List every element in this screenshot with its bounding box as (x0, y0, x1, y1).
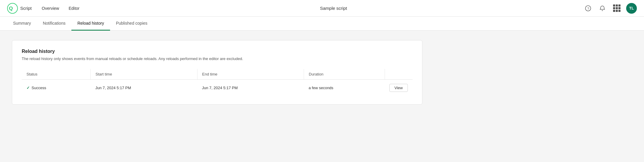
row-duration: a few seconds (304, 79, 385, 96)
view-button[interactable]: View (389, 84, 408, 92)
table-header-row: Status Start time End time Duration (22, 69, 413, 80)
help-button[interactable]: ? (583, 4, 593, 13)
nav-links: Overview Editor (37, 4, 84, 12)
table-head: Status Start time End time Duration (22, 69, 413, 80)
history-table: Status Start time End time Duration ✓ Su… (22, 69, 413, 96)
table-row: ✓ Success Jun 7, 2024 5:17 PM Jun 7, 202… (22, 79, 413, 96)
card-desc-text: The reload history only shows events fro… (22, 56, 243, 61)
apps-button[interactable] (612, 4, 621, 13)
nav-editor[interactable]: Editor (65, 4, 84, 12)
svg-text:?: ? (587, 7, 589, 10)
help-icon: ? (585, 5, 591, 11)
notifications-button[interactable] (598, 4, 607, 13)
table-body: ✓ Success Jun 7, 2024 5:17 PM Jun 7, 202… (22, 79, 413, 96)
avatar[interactable]: TL (626, 3, 637, 14)
col-start-time: Start time (91, 69, 198, 80)
grid-icon (613, 4, 621, 12)
status-cell: ✓ Success (26, 86, 86, 90)
status-label: Success (32, 86, 46, 90)
card-description: The reload history only shows events fro… (22, 56, 413, 62)
app-type-label: Script (20, 6, 32, 11)
check-icon: ✓ (26, 86, 30, 90)
tab-notifications[interactable]: Notifications (37, 17, 71, 31)
row-start-time: Jun 7, 2024 5:17 PM (91, 79, 198, 96)
logo-area: Q Script (7, 3, 32, 14)
reload-history-card: Reload history The reload history only s… (12, 40, 422, 105)
page-title: Sample script (320, 6, 347, 11)
tab-published-copies[interactable]: Published copies (110, 17, 153, 31)
col-action (385, 69, 413, 80)
tab-summary[interactable]: Summary (7, 17, 37, 31)
main-content: Reload history The reload history only s… (0, 31, 644, 159)
svg-text:Q: Q (9, 6, 13, 11)
row-end-time: Jun 7, 2024 5:17 PM (197, 79, 304, 96)
row-status: ✓ Success (22, 79, 91, 96)
col-end-time: End time (197, 69, 304, 80)
topnav: Q Script Overview Editor Sample script ? (0, 0, 644, 17)
col-status: Status (22, 69, 91, 80)
topnav-right: ? TL (583, 3, 637, 14)
topnav-left: Q Script Overview Editor (7, 3, 84, 14)
tabbar: Summary Notifications Reload history Pub… (0, 17, 644, 31)
bell-icon (599, 5, 605, 11)
card-title: Reload history (22, 49, 413, 54)
row-action: View (385, 79, 413, 96)
col-duration: Duration (304, 69, 385, 80)
qlik-logo: Q (7, 3, 18, 14)
tab-reload-history[interactable]: Reload history (71, 17, 110, 31)
nav-overview[interactable]: Overview (37, 4, 63, 12)
